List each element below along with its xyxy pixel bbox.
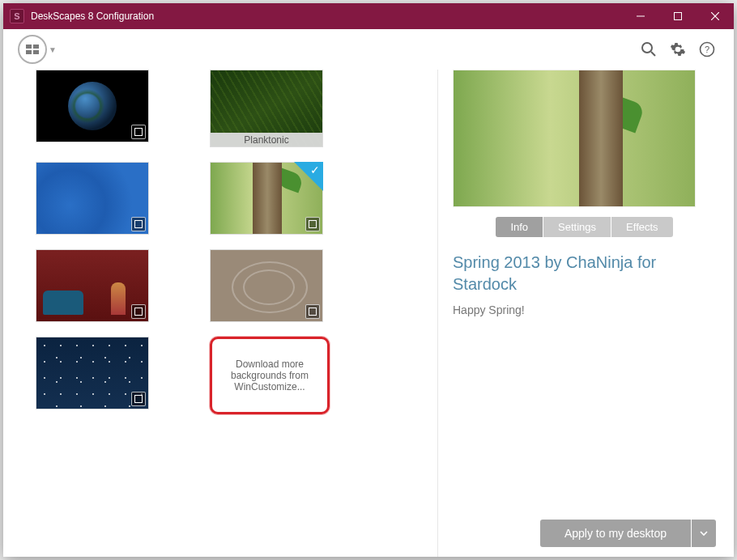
minimize-icon [637, 12, 645, 20]
settings-button[interactable] [666, 37, 690, 62]
svg-text:?: ? [705, 45, 709, 54]
gallery-grid: Planktonic ✓ [3, 70, 432, 557]
wallpaper-thumb[interactable] [36, 337, 149, 409]
detail-tabs: Info Settings Effects [453, 217, 716, 237]
svg-line-5 [651, 52, 655, 56]
grid-icon [26, 45, 39, 54]
wallpaper-thumb[interactable]: Planktonic [210, 70, 323, 147]
check-icon: ✓ [310, 163, 320, 176]
detail-panel: Info Settings Effects Spring 2013 by Cha… [443, 70, 734, 557]
video-badge-icon [131, 304, 146, 319]
close-button[interactable] [697, 3, 734, 29]
download-more-tile[interactable]: Download more backgrounds from WinCustom… [210, 337, 330, 414]
svg-rect-1 [675, 13, 682, 20]
chevron-down-icon [700, 529, 708, 537]
apply-button[interactable]: Apply to my desktop [540, 520, 691, 547]
video-badge-icon [131, 392, 146, 406]
toolbar: ▼ ? [3, 29, 734, 70]
app-icon: S [10, 9, 24, 23]
video-badge-icon [131, 217, 146, 231]
maximize-button[interactable] [659, 3, 697, 29]
search-icon [641, 41, 657, 57]
titlebar: S DeskScapes 8 Configuration [3, 3, 734, 29]
tab-settings[interactable]: Settings [543, 217, 611, 237]
window-title: DeskScapes 8 Configuration [31, 11, 622, 22]
app-window: S DeskScapes 8 Configuration ▼ ? [3, 3, 734, 557]
close-icon [711, 12, 719, 20]
chevron-down-icon[interactable]: ▼ [49, 45, 57, 54]
wallpaper-description: Happy Spring! [453, 303, 716, 316]
wallpaper-thumb[interactable] [36, 249, 149, 322]
tab-effects[interactable]: Effects [611, 217, 673, 237]
help-icon: ? [699, 41, 715, 57]
view-mode-button[interactable] [18, 35, 47, 64]
wallpaper-thumb-selected[interactable]: ✓ [210, 162, 323, 235]
search-button[interactable] [637, 37, 661, 62]
wallpaper-title: Spring 2013 by ChaNinja for Stardock [453, 252, 716, 295]
main-area: Planktonic ✓ [3, 70, 734, 557]
minimize-button[interactable] [622, 3, 659, 29]
wallpaper-thumb[interactable] [210, 249, 323, 322]
apply-button-group: Apply to my desktop [453, 520, 716, 547]
maximize-icon [674, 12, 682, 20]
video-badge-icon [131, 125, 146, 139]
video-badge-icon [305, 304, 320, 319]
help-button[interactable]: ? [695, 37, 719, 62]
preview-image [453, 70, 696, 207]
gear-icon [670, 41, 686, 57]
thumb-caption: Planktonic [210, 133, 323, 147]
apply-dropdown-button[interactable] [692, 520, 716, 547]
wallpaper-thumb[interactable] [36, 162, 149, 235]
svg-point-4 [642, 43, 652, 53]
video-badge-icon [305, 217, 320, 231]
tab-info[interactable]: Info [496, 217, 543, 237]
download-more-label: Download more backgrounds from WinCustom… [219, 358, 321, 392]
vertical-divider [437, 70, 438, 557]
wallpaper-thumb[interactable] [36, 70, 149, 142]
